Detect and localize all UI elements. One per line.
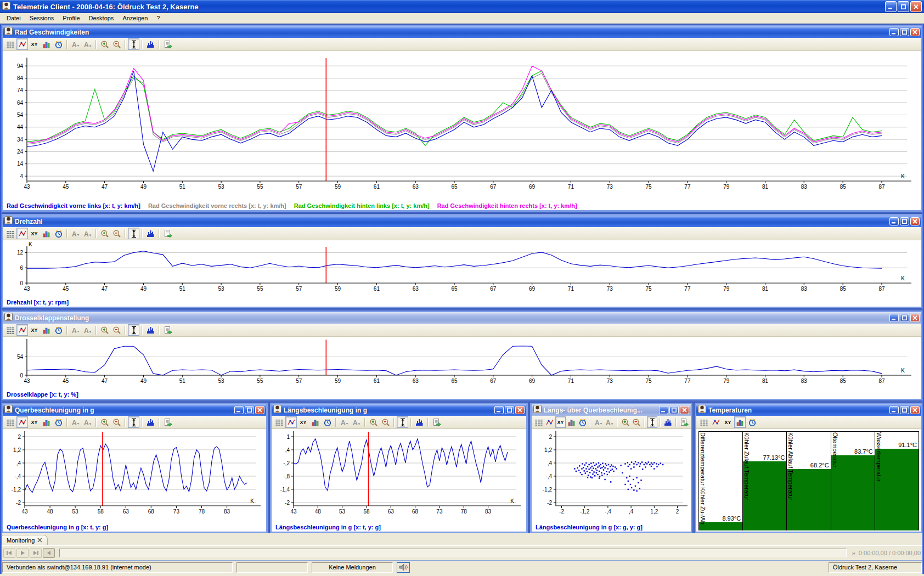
- fit-v-icon[interactable]: [128, 228, 139, 239]
- hist-icon[interactable]: [145, 38, 156, 50]
- list-icon[interactable]: [533, 416, 544, 428]
- hist-icon[interactable]: [145, 228, 156, 239]
- step-back-button[interactable]: [43, 548, 55, 558]
- bar-icon[interactable]: [566, 416, 577, 428]
- close-button[interactable]: [910, 28, 920, 36]
- line-icon[interactable]: [16, 416, 28, 428]
- clock-icon[interactable]: [577, 416, 588, 428]
- clock-icon[interactable]: [53, 416, 64, 428]
- jump-start-button[interactable]: [3, 548, 15, 558]
- bar-icon[interactable]: [41, 228, 52, 239]
- xy-icon[interactable]: XY: [29, 228, 40, 239]
- tab-close-icon[interactable]: [37, 537, 42, 544]
- export-icon[interactable]: [162, 38, 173, 50]
- chart-drehzahl[interactable]: 1260434547495153555759616365676971737577…: [3, 240, 921, 297]
- hist-icon[interactable]: [145, 416, 156, 428]
- window-titlebar[interactable]: Drosselklappenstellung: [3, 312, 921, 324]
- a-down-icon[interactable]: A: [82, 228, 93, 239]
- zoom-out-icon[interactable]: [380, 416, 391, 428]
- minimize-button[interactable]: [889, 28, 899, 36]
- xy-icon[interactable]: XY: [29, 324, 40, 336]
- minimize-button[interactable]: [889, 217, 899, 225]
- list-icon[interactable]: [4, 38, 16, 50]
- chart-laengsbeschleunigung[interactable]: 1,4-,2-,8-1,4-2434853586368737883K: [272, 429, 526, 522]
- close-button[interactable]: [680, 406, 689, 414]
- fit-v-icon[interactable]: [128, 324, 139, 336]
- zoom-out-icon[interactable]: [111, 38, 122, 50]
- main-titlebar[interactable]: Telemetrie Client - 2008-04-16: Öldruck …: [0, 0, 924, 13]
- fit-v-icon[interactable]: [647, 416, 657, 428]
- xy-icon[interactable]: XY: [29, 38, 40, 50]
- a-down-icon[interactable]: A: [82, 38, 93, 50]
- line-icon[interactable]: [16, 324, 28, 336]
- menu-item-sessions[interactable]: Sessions: [25, 14, 59, 22]
- list-icon[interactable]: [273, 416, 285, 428]
- list-icon[interactable]: [4, 416, 16, 428]
- zoom-out-icon[interactable]: [111, 228, 122, 239]
- a-down-icon[interactable]: A: [82, 416, 93, 428]
- menu-item-datei[interactable]: Datei: [2, 14, 25, 22]
- xy-icon[interactable]: XY: [555, 416, 566, 428]
- a-down-icon[interactable]: A: [351, 416, 362, 428]
- maximize-button[interactable]: [900, 28, 909, 36]
- fit-v-icon[interactable]: [128, 38, 139, 50]
- export-icon[interactable]: [679, 416, 689, 428]
- close-button[interactable]: [910, 314, 920, 322]
- zoom-in-icon[interactable]: [99, 38, 110, 50]
- maximize-button[interactable]: [245, 406, 254, 414]
- sound-button[interactable]: [397, 562, 410, 573]
- export-icon[interactable]: [431, 416, 442, 428]
- bar-icon[interactable]: [734, 416, 746, 428]
- jump-end-button[interactable]: [30, 548, 42, 558]
- chart-temperaturen[interactable]: Differenztemperatur Kühler Zu-/Ab8.93°CK…: [698, 431, 919, 530]
- maximize-button[interactable]: [900, 406, 909, 414]
- a-up-icon[interactable]: A: [339, 416, 350, 428]
- minimize-button[interactable]: [234, 406, 244, 414]
- clock-icon[interactable]: [322, 416, 333, 428]
- clock-icon[interactable]: [746, 416, 758, 428]
- xy-icon[interactable]: XY: [722, 416, 734, 428]
- bar-icon[interactable]: [41, 324, 52, 336]
- zoom-in-icon[interactable]: [368, 416, 379, 428]
- window-titlebar[interactable]: Querbeschleunigung in g: [3, 404, 266, 416]
- close-button[interactable]: [255, 406, 264, 414]
- line-icon[interactable]: [285, 416, 297, 428]
- window-titlebar[interactable]: Rad Geschwindigkeiten: [3, 26, 921, 38]
- close-button[interactable]: [910, 1, 922, 12]
- close-button[interactable]: [910, 217, 920, 225]
- hist-icon[interactable]: [145, 324, 156, 336]
- minimize-button[interactable]: [885, 1, 897, 12]
- maximize-button[interactable]: [900, 314, 909, 322]
- bar-icon[interactable]: [41, 38, 52, 50]
- minimize-button[interactable]: [494, 406, 504, 414]
- close-button[interactable]: [910, 406, 920, 414]
- a-up-icon[interactable]: A: [70, 416, 81, 428]
- bar-icon[interactable]: [309, 416, 321, 428]
- zoom-in-icon[interactable]: [99, 228, 110, 239]
- list-icon[interactable]: [698, 416, 709, 428]
- list-icon[interactable]: [4, 324, 16, 336]
- hist-icon[interactable]: [663, 416, 673, 428]
- minimize-button[interactable]: [659, 406, 668, 414]
- a-up-icon[interactable]: A: [70, 228, 81, 239]
- maximize-button[interactable]: [898, 1, 909, 12]
- zoom-out-icon[interactable]: [111, 416, 122, 428]
- bar-icon[interactable]: [41, 416, 52, 428]
- export-icon[interactable]: [162, 228, 173, 239]
- a-up-icon[interactable]: A: [70, 324, 81, 336]
- line-icon[interactable]: [710, 416, 722, 428]
- chevron-more-icon[interactable]: »: [852, 550, 855, 556]
- clock-icon[interactable]: [53, 228, 64, 239]
- a-up-icon[interactable]: A: [70, 38, 81, 50]
- minimize-button[interactable]: [889, 406, 899, 414]
- chart-querbeschleunigung[interactable]: 21,2,4-,4-1,2-2434853586368737883K: [3, 429, 266, 522]
- fit-v-icon[interactable]: [397, 416, 408, 428]
- hist-icon[interactable]: [414, 416, 425, 428]
- fit-v-icon[interactable]: [128, 416, 139, 428]
- xy-icon[interactable]: XY: [29, 416, 40, 428]
- a-up-icon[interactable]: A: [593, 416, 604, 428]
- clock-icon[interactable]: [53, 38, 64, 50]
- zoom-out-icon[interactable]: [111, 324, 122, 336]
- menu-item-?[interactable]: ?: [152, 14, 164, 22]
- line-icon[interactable]: [16, 38, 28, 50]
